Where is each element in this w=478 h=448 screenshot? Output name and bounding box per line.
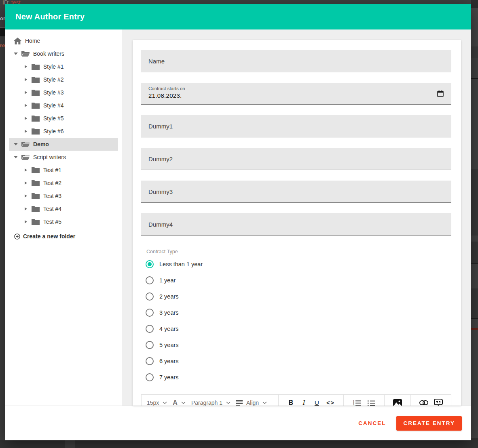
chevron-down-icon xyxy=(226,402,231,404)
entry-form-card: Contract starts on 21.08.2023. xyxy=(133,40,461,406)
text-color-dropdown[interactable]: A xyxy=(173,399,191,406)
tree-item-test-5[interactable]: Test #5 xyxy=(9,215,118,228)
contract-type-label: Contract Type xyxy=(141,249,451,254)
radio-option-7-years[interactable]: 7 years xyxy=(141,369,451,385)
background-text-fragment: re xyxy=(0,42,5,48)
radio-option-5-years[interactable]: 5 years xyxy=(141,337,451,353)
tree-item-script-writers[interactable]: Script writers xyxy=(9,151,118,164)
chevron-down-icon xyxy=(262,402,267,404)
insert-image-button[interactable] xyxy=(390,399,405,406)
italic-button[interactable]: I xyxy=(297,399,310,406)
calendar-icon[interactable] xyxy=(437,90,444,97)
caret-right-icon[interactable] xyxy=(24,220,28,223)
radio-option-3-years[interactable]: 3 years xyxy=(141,305,451,321)
radio-button-icon[interactable] xyxy=(146,341,154,349)
create-entry-button[interactable]: CREATE ENTRY xyxy=(396,416,462,431)
date-field-value: 21.08.2023. xyxy=(148,92,444,99)
create-new-folder-button[interactable]: Create a new folder xyxy=(9,230,118,243)
blockquote-button[interactable] xyxy=(431,399,446,406)
folder-icon xyxy=(32,115,40,122)
radio-button-icon[interactable] xyxy=(146,325,154,333)
dummy3-field[interactable] xyxy=(141,181,451,203)
font-size-dropdown[interactable]: 15px xyxy=(147,400,173,406)
contract-start-date-field[interactable]: Contract starts on 21.08.2023. xyxy=(141,83,451,105)
radio-button-icon[interactable] xyxy=(146,309,154,317)
open-folder-icon xyxy=(21,154,30,160)
home-icon xyxy=(14,38,21,44)
caret-right-icon[interactable] xyxy=(24,181,28,185)
dummy4-input[interactable] xyxy=(141,213,451,235)
tree-item-test-4[interactable]: Test #4 xyxy=(9,202,118,215)
caret-right-icon[interactable] xyxy=(24,168,28,172)
folder-icon xyxy=(32,206,40,212)
radio-option-2-years[interactable]: 2 years xyxy=(141,288,451,305)
tree-item-style-4[interactable]: Style #4 xyxy=(9,99,118,112)
insert-link-button[interactable] xyxy=(417,400,431,405)
tree-item-home[interactable]: Home xyxy=(9,34,118,47)
name-input[interactable] xyxy=(141,50,451,72)
tree-item-style-3[interactable]: Style #3 xyxy=(9,86,118,99)
background-bottom-band xyxy=(0,440,478,448)
tree-item-demo[interactable]: Demo xyxy=(9,138,118,151)
radio-button-icon[interactable] xyxy=(146,373,154,381)
radio-option-less-than-1-year[interactable]: Less than 1 year xyxy=(141,256,451,272)
name-field[interactable] xyxy=(141,50,451,72)
dummy2-input[interactable] xyxy=(141,148,451,170)
dialog-footer: CANCEL CREATE ENTRY xyxy=(5,406,471,440)
unordered-list-icon xyxy=(368,400,375,406)
dummy2-field[interactable] xyxy=(141,148,451,170)
radio-button-icon[interactable] xyxy=(146,357,154,365)
tree-item-test-1[interactable]: Test #1 xyxy=(9,164,118,177)
tree-item-book-writers[interactable]: Book writers xyxy=(9,47,118,60)
dummy1-field[interactable] xyxy=(141,115,451,137)
tree-item-test-3[interactable]: Test #3 xyxy=(9,189,118,202)
radio-button-icon[interactable] xyxy=(146,276,154,284)
caret-right-icon[interactable] xyxy=(24,130,28,133)
radio-option-6-years[interactable]: 6 years xyxy=(141,353,451,369)
caret-right-icon[interactable] xyxy=(24,207,28,210)
caret-right-icon[interactable] xyxy=(24,78,28,81)
radio-button-icon[interactable] xyxy=(146,292,154,301)
folder-tree-sidebar: Home Book writers Style #1 Style #2 Styl xyxy=(5,29,122,406)
dummy4-field[interactable] xyxy=(141,213,451,236)
dummy1-input[interactable] xyxy=(141,115,451,137)
caret-right-icon[interactable] xyxy=(24,91,28,94)
align-icon xyxy=(236,400,243,406)
caret-down-icon[interactable] xyxy=(14,53,18,55)
radio-option-4-years[interactable]: 4 years xyxy=(141,321,451,337)
folder-icon xyxy=(32,193,40,199)
folder-icon xyxy=(32,102,40,109)
align-dropdown[interactable]: Align xyxy=(236,400,273,406)
chevron-down-icon xyxy=(163,402,167,404)
quote-icon xyxy=(434,399,443,406)
caret-right-icon[interactable] xyxy=(24,194,28,198)
code-button[interactable]: <> xyxy=(324,400,338,406)
ordered-list-button[interactable]: 1 2 3 xyxy=(349,400,364,406)
bold-button[interactable]: B xyxy=(284,399,297,406)
dummy3-input[interactable] xyxy=(141,181,451,202)
paragraph-style-dropdown[interactable]: Paragraph 1 xyxy=(191,400,236,406)
radio-button-icon[interactable] xyxy=(146,260,154,268)
new-author-entry-dialog: New Author Entry Home Book writers Style… xyxy=(5,4,471,440)
tree-item-style-5[interactable]: Style #5 xyxy=(9,112,118,125)
tree-item-style-2[interactable]: Style #2 xyxy=(9,73,118,86)
tree-item-test-2[interactable]: Test #2 xyxy=(9,177,118,189)
toolbar-divider xyxy=(278,395,279,406)
background-table-rows xyxy=(471,0,478,448)
unordered-list-button[interactable] xyxy=(364,400,379,406)
circle-plus-icon xyxy=(14,233,20,240)
folder-icon xyxy=(32,63,40,70)
tree-item-style-6[interactable]: Style #6 xyxy=(9,125,118,138)
cancel-button[interactable]: CANCEL xyxy=(355,416,389,430)
radio-option-1-year[interactable]: 1 year xyxy=(141,272,451,288)
image-icon xyxy=(393,399,402,406)
chevron-down-icon xyxy=(181,402,186,404)
tree-item-style-1[interactable]: Style #1 xyxy=(9,60,118,73)
folder-icon xyxy=(32,89,40,96)
caret-down-icon[interactable] xyxy=(14,143,18,145)
caret-right-icon[interactable] xyxy=(24,117,28,120)
underline-button[interactable]: U xyxy=(310,399,323,406)
caret-right-icon[interactable] xyxy=(24,65,28,68)
caret-right-icon[interactable] xyxy=(24,104,28,107)
caret-down-icon[interactable] xyxy=(14,156,18,158)
